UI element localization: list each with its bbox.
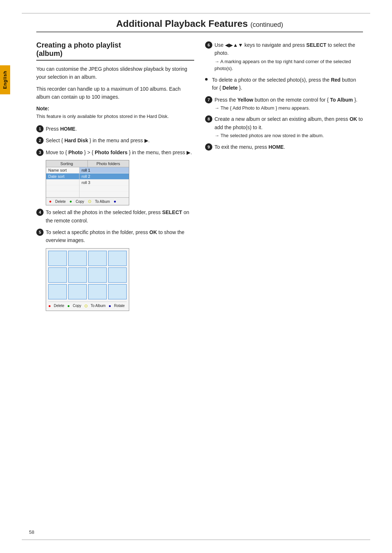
step-text-6: Use ◀▶▲▼ keys to navigate and press SELE… — [215, 41, 363, 72]
step-6-arrow: → A marking appears on the top right han… — [215, 58, 363, 72]
photo-cell-5 — [48, 267, 67, 283]
photo-cell-1 — [48, 251, 67, 266]
step-9: 9 To exit the menu, press HOME. — [205, 143, 363, 151]
step-num-9: 9 — [205, 143, 212, 151]
roll-1-row: roll 1 — [79, 167, 129, 173]
step-7-arrow: → The { Add Photo to Album } menu appear… — [215, 105, 363, 112]
intro-text-2: This recorder can handle up to a maximum… — [36, 85, 194, 101]
grid-rotate-dot: ● — [109, 303, 111, 308]
photo-grid-mockup: ● Delete ● Copy ⊙ To Album ● Rotate — [46, 248, 129, 311]
step-3: 3 Move to { Photo } > { Photo folders } … — [36, 148, 194, 156]
step-6: 6 Use ◀▶▲▼ keys to navigate and press SE… — [205, 41, 363, 72]
step-text-8: Create a new album or select an existing… — [215, 115, 363, 139]
screen-mockup-1: Sorting Photo folders Name sort Date sor… — [46, 160, 129, 205]
step-num-7: 7 — [205, 96, 212, 103]
empty-row-1 — [46, 180, 79, 185]
grid-album-dot: ⊙ — [84, 303, 88, 308]
photo-cell-7 — [88, 267, 107, 283]
screen-header-1: Sorting Photo folders — [46, 160, 129, 167]
step-num-3: 3 — [36, 149, 44, 156]
intro-text-1: You can customise the JPEG photos slides… — [36, 65, 194, 81]
extra-dot: ● — [114, 199, 116, 204]
page-title: Additional Playback Features (continued) — [36, 18, 363, 32]
photo-cell-3 — [88, 251, 107, 266]
photo-cell-10 — [68, 284, 87, 299]
empty-row-2 — [46, 185, 79, 191]
bullet-text-delete: To delete a photo or the selected photo(… — [212, 76, 363, 92]
screen-sort-options: Name sort Date sort — [46, 167, 79, 197]
grid-delete-label: Delete — [54, 304, 64, 308]
step-text-3: Move to { Photo } > { Photo folders } in… — [46, 148, 194, 156]
name-sort-row: Name sort — [46, 167, 79, 173]
screen-folder-list: roll 1 roll 2 roll 3 — [79, 167, 129, 197]
note-text: This feature is only available for photo… — [36, 113, 194, 120]
photo-cell-4 — [108, 251, 127, 266]
bullet-step-delete: To delete a photo or the selected photo(… — [205, 76, 363, 92]
step-text-4: To select all the photos in the selected… — [46, 208, 194, 225]
delete-dot: ● — [49, 199, 52, 204]
photo-grid-footer: ● Delete ● Copy ⊙ To Album ● Rotate — [48, 302, 127, 308]
date-sort-row: Date sort — [46, 173, 79, 180]
screen-col-sorting: Sorting — [46, 160, 88, 167]
step-7: 7 Press the Yellow button on the remote … — [205, 96, 363, 112]
left-column: Creating a photo playlist (album) You ca… — [36, 41, 194, 314]
album-label: To Album — [95, 200, 110, 204]
delete-label: Delete — [55, 200, 66, 204]
step-8-arrow: → The selected photos are now stored in … — [215, 132, 363, 139]
roll-3-row: roll 3 — [79, 180, 129, 186]
section-heading: Creating a photo playlist (album) — [36, 41, 194, 61]
step-text-7: Press the Yellow button on the remote co… — [215, 96, 363, 112]
copy-label: Copy — [75, 200, 84, 204]
copy-dot: ● — [69, 199, 72, 204]
screen-footer-1: ● Delete ● Copy ⊙ To Album ● — [46, 197, 129, 205]
folder-empty-2 — [79, 192, 129, 197]
page-title-main: Additional Playback Features — [116, 18, 248, 29]
photo-cell-11 — [88, 284, 107, 299]
grid-album-label: To Album — [91, 304, 106, 308]
grid-rotate-label: Rotate — [114, 304, 124, 308]
step-text-1: Press HOME. — [46, 125, 194, 133]
page-title-suffix: (continued) — [250, 21, 283, 28]
screen-body-1: Name sort Date sort roll 1 roll 2 roll 3 — [46, 167, 129, 197]
photo-cell-8 — [108, 267, 127, 283]
page-border-bottom — [22, 540, 370, 540]
step-text-9: To exit the menu, press HOME. — [215, 143, 363, 151]
roll-2-row: roll 2 — [79, 173, 129, 180]
folder-empty-1 — [79, 186, 129, 192]
step-5: 5 To select a specific photos in the fol… — [36, 228, 194, 245]
step-num-5: 5 — [36, 229, 44, 236]
step-num-8: 8 — [205, 115, 212, 123]
step-4: 4 To select all the photos in the select… — [36, 208, 194, 225]
grid-copy-dot: ● — [67, 303, 70, 308]
step-8: 8 Create a new album or select an existi… — [205, 115, 363, 139]
step-2: 2 Select { Hard Disk } in the menu and p… — [36, 136, 194, 144]
photo-cell-6 — [68, 267, 87, 283]
note-heading: Note: — [36, 106, 194, 111]
step-text-2: Select { Hard Disk } in the menu and pre… — [46, 136, 194, 144]
page-border-top — [22, 13, 370, 13]
step-num-6: 6 — [205, 41, 212, 49]
step-text-5: To select a specific photos in the folde… — [46, 228, 194, 245]
page-number: 58 — [29, 529, 34, 535]
photo-cell-9 — [48, 284, 67, 299]
photo-cell-2 — [68, 251, 87, 266]
step-num-1: 1 — [36, 125, 44, 132]
bullet-dot-delete — [205, 78, 208, 81]
step-1: 1 Press HOME. — [36, 125, 194, 133]
grid-copy-label: Copy — [73, 304, 81, 308]
photo-grid — [48, 251, 127, 299]
step-num-4: 4 — [36, 209, 44, 216]
empty-row-3 — [46, 191, 79, 197]
screen-col-photo-folders: Photo folders — [88, 160, 129, 167]
photo-cell-12 — [108, 284, 127, 299]
step-num-2: 2 — [36, 137, 44, 144]
right-column: 6 Use ◀▶▲▼ keys to navigate and press SE… — [205, 41, 363, 314]
grid-delete-dot: ● — [48, 303, 51, 308]
english-tab: English — [0, 65, 10, 94]
album-dot: ⊙ — [88, 199, 91, 204]
